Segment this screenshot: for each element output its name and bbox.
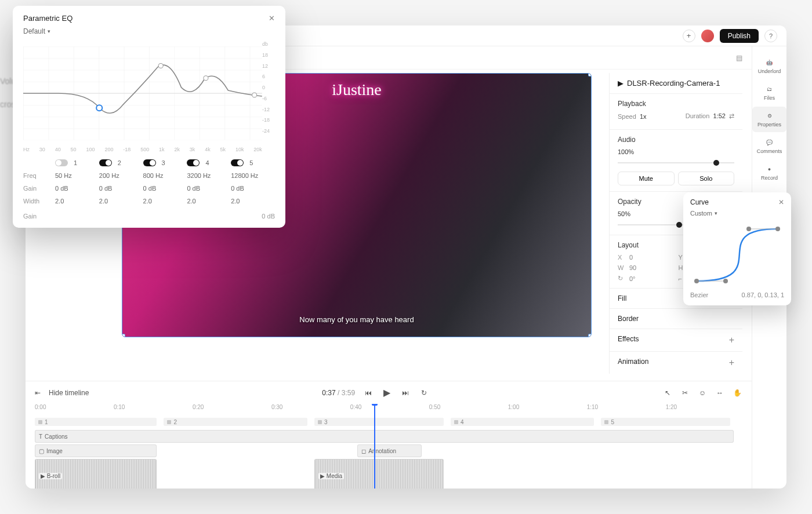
loop-icon[interactable]: ↻ — [419, 388, 429, 398]
skip-forward-icon[interactable]: ⏭ — [400, 388, 411, 398]
stretch-tool-icon[interactable]: ↔ — [715, 388, 725, 398]
skip-back-icon[interactable]: ⏮ — [363, 388, 374, 398]
play-icon: ▶ — [618, 79, 624, 88]
band-toggle-3[interactable]: 3 — [143, 159, 187, 166]
speed-value[interactable]: 1x — [640, 113, 647, 120]
band-freq[interactable]: 12800 Hz — [231, 172, 275, 179]
blade-tool-icon[interactable]: ✂ — [680, 388, 690, 398]
band-freq[interactable]: 200 Hz — [99, 172, 143, 179]
band-width[interactable]: 2.0 — [143, 198, 187, 205]
ruler[interactable]: 0:00 0:10 0:20 0:30 0:40 0:50 1:00 1:10 … — [35, 404, 752, 417]
border-row[interactable]: Border — [610, 309, 742, 329]
scene-marker[interactable]: 1 — [35, 418, 157, 426]
audio-slider[interactable] — [618, 159, 734, 167]
band-toggle-4[interactable]: 4 — [187, 159, 231, 166]
band-gain[interactable]: 0 dB — [187, 185, 231, 192]
help-icon[interactable]: ? — [764, 30, 777, 42]
close-icon[interactable]: ✕ — [269, 14, 275, 23]
annotation-clip[interactable]: ◻ Annotation — [357, 444, 422, 457]
layout-w[interactable]: 90 — [629, 264, 674, 271]
layout-rot[interactable]: 0° — [629, 275, 674, 282]
scene-marker[interactable]: 2 — [164, 418, 307, 426]
band-freq[interactable]: 3200 Hz — [187, 172, 231, 179]
sidebar-item-comments[interactable]: 💬Comments — [752, 133, 786, 159]
avatar[interactable] — [701, 30, 714, 42]
band-gain[interactable]: 0 dB — [55, 185, 99, 192]
hide-timeline-button[interactable]: Hide timeline — [49, 389, 89, 397]
ruler-tick: 1:00 — [508, 404, 519, 410]
captions-track[interactable]: T Captions — [35, 430, 734, 443]
scene-marker[interactable]: 3 — [314, 418, 443, 426]
ruler-tick: 0:10 — [114, 404, 125, 410]
publish-button[interactable]: Publish — [720, 29, 759, 43]
svg-point-11 — [746, 227, 751, 231]
link-icon[interactable]: ⇄ — [729, 112, 734, 119]
master-gain-label: Gain — [23, 213, 37, 220]
parametric-eq-panel[interactable]: Parametric EQ ✕ Default ▾ db181260-6-12-… — [13, 6, 285, 228]
eq-yaxis: db181260-6-12-18-24 — [262, 41, 275, 134]
props-source[interactable]: ▶ DLSR-Recording-Camera-1 — [610, 73, 742, 94]
ruler-tick: 0:40 — [350, 404, 361, 410]
close-icon[interactable]: ✕ — [778, 198, 784, 206]
svg-point-2 — [96, 105, 102, 111]
play-icon[interactable]: ▶ — [382, 388, 392, 398]
band-gain[interactable]: 0 dB — [231, 185, 275, 192]
chevron-down-icon: ▾ — [715, 210, 717, 216]
resize-handle[interactable] — [122, 334, 125, 337]
band-width[interactable]: 2.0 — [187, 198, 231, 205]
eq-preset-dropdown[interactable]: Default ▾ — [23, 27, 50, 35]
sidebar-item-properties[interactable]: ⚙Properties — [752, 107, 786, 132]
sidebar-item-record[interactable]: ●Record — [752, 160, 786, 185]
sidebar-item-underlord[interactable]: 🤖Underlord — [752, 53, 786, 79]
band-toggle-1[interactable]: 1 — [55, 159, 99, 166]
source-name: DLSR-Recording-Camera-1 — [627, 79, 720, 88]
add-effect-icon[interactable]: + — [729, 335, 734, 345]
resize-handle[interactable] — [588, 334, 592, 337]
resize-handle[interactable] — [588, 73, 592, 76]
sidebar-item-files[interactable]: 🗂Files — [752, 80, 786, 105]
band-gain[interactable]: 0 dB — [99, 185, 143, 192]
band-width[interactable]: 2.0 — [231, 198, 275, 205]
ruler-tick: 1:10 — [587, 404, 598, 410]
add-button[interactable]: + — [683, 30, 695, 42]
eq-title: Parametric EQ — [23, 14, 72, 23]
band-width[interactable]: 2.0 — [55, 198, 99, 205]
band-freq[interactable]: 50 Hz — [55, 172, 99, 179]
band-width[interactable]: 2.0 — [99, 198, 143, 205]
collapse-icon[interactable]: ⇤ — [35, 389, 41, 397]
master-gain-value[interactable]: 0 dB — [262, 213, 275, 220]
scene-marker[interactable]: 5 — [601, 418, 730, 426]
image-clip[interactable]: ▢ Image — [35, 444, 157, 457]
playhead[interactable] — [374, 404, 375, 489]
curve-values[interactable]: 0.87, 0, 0.13, 1 — [742, 291, 784, 298]
scene-marker[interactable]: 4 — [451, 418, 594, 426]
band-freq[interactable]: 800 Hz — [143, 172, 187, 179]
duration-value[interactable]: 1:52 — [713, 112, 725, 119]
fullscreen-icon[interactable]: ▤ — [736, 54, 742, 62]
add-animation-icon[interactable]: + — [729, 358, 734, 368]
gain-label: Gain — [23, 185, 55, 192]
solo-button[interactable]: Solo — [678, 172, 735, 185]
hand-tool-icon[interactable]: ✋ — [732, 388, 742, 398]
effects-row[interactable]: Effects+ — [610, 329, 742, 352]
band-toggle-5[interactable]: 5 — [231, 159, 275, 166]
animation-row[interactable]: Animation+ — [610, 352, 742, 374]
face-tool-icon[interactable]: ☺ — [697, 388, 708, 398]
mute-button[interactable]: Mute — [618, 172, 675, 185]
band-toggle-2[interactable]: 2 — [99, 159, 143, 166]
band-gain[interactable]: 0 dB — [143, 185, 187, 192]
curve-mode-dropdown[interactable]: Custom ▾ — [690, 210, 717, 217]
curve-panel[interactable]: Curve ✕ Custom ▾ Bezier 0.87, 0, 0.13, 1 — [683, 192, 791, 305]
eq-curve-svg — [23, 41, 275, 145]
layout-x[interactable]: 0 — [629, 254, 674, 261]
ruler-tick: 0:50 — [429, 404, 440, 410]
ruler-tick: 0:20 — [193, 404, 204, 410]
curve-graph[interactable] — [690, 223, 784, 287]
timeline[interactable]: 0:00 0:10 0:20 0:30 0:40 0:50 1:00 1:10 … — [26, 404, 752, 489]
ruler-tick: 0:30 — [271, 404, 282, 410]
media-clip[interactable]: ▶ Media — [314, 459, 443, 489]
select-tool-icon[interactable]: ↖ — [662, 388, 673, 398]
eq-graph[interactable]: db181260-6-12-18-24 — [23, 41, 275, 145]
comment-icon: 💬 — [765, 138, 774, 147]
broll-clip[interactable]: ▶ B-roll — [35, 459, 157, 489]
